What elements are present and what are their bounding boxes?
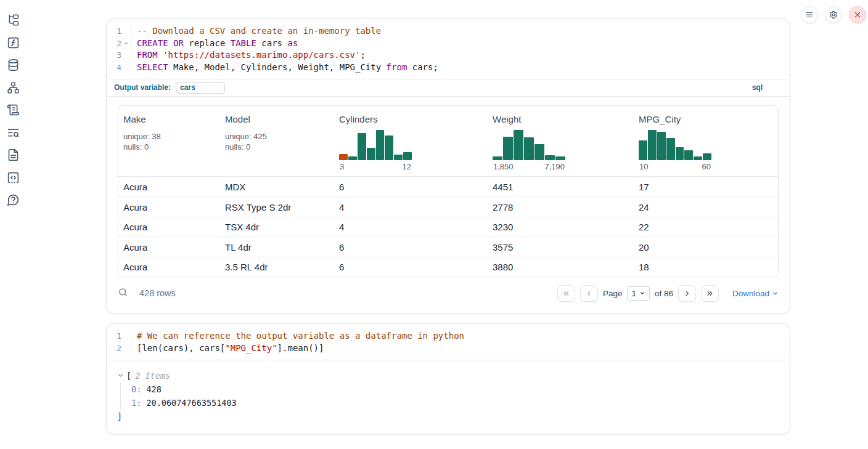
line-gutter: 1: [107, 25, 131, 38]
search-icon[interactable]: [118, 287, 131, 300]
histogram-bar: [514, 130, 523, 160]
column-stats: unique: 38nulls: 0: [123, 131, 214, 152]
code-line[interactable]: 3FROM 'https://datasets.marimo.app/cars.…: [107, 49, 790, 62]
sql-cell: 1-- Download a CSV and create an in-memo…: [106, 18, 790, 313]
code-line[interactable]: 4SELECT Make, Model, Cylinders, Weight, …: [107, 62, 790, 74]
column-stats: unique: 425nulls: 0: [225, 131, 328, 152]
menu-button[interactable]: [801, 6, 818, 23]
code-line[interactable]: 2CREATE OR replace TABLE cars as: [107, 38, 790, 50]
column-label: Cylinders: [339, 114, 481, 124]
output-variable-label: Output variable:: [114, 83, 171, 92]
fold-chevron-icon[interactable]: [121, 38, 130, 50]
tree-entry-key: 1:: [131, 398, 141, 408]
page-select[interactable]: 1: [627, 286, 650, 301]
column-label: Weight: [493, 114, 628, 124]
code-token: ].mean()]: [277, 343, 324, 353]
previous-page-button[interactable]: [580, 285, 598, 302]
line-number: 1: [107, 330, 121, 342]
shutdown-button[interactable]: [849, 6, 866, 23]
histogram-bar: [503, 137, 513, 160]
datasources-icon[interactable]: [7, 59, 20, 71]
histogram-bar: [358, 133, 366, 160]
histogram-bar: [394, 155, 403, 160]
column-header-model[interactable]: Modelunique: 425nulls: 0: [220, 106, 334, 176]
histogram-bar: [348, 156, 357, 160]
language-badge[interactable]: sql: [752, 83, 763, 92]
tree-entry-value: 20.060747663551403: [141, 398, 236, 408]
code-token: ;: [360, 50, 365, 60]
logs-icon[interactable]: [7, 126, 20, 139]
chevron-down-icon: [639, 290, 645, 296]
file-tree-icon[interactable]: [7, 14, 20, 26]
column-header-mpg_city[interactable]: MPG_City1060: [634, 106, 778, 176]
sql-cell-footer: Output variable: sql: [107, 79, 790, 97]
table-cell: MDX: [220, 182, 334, 192]
code-token: [158, 50, 163, 60]
table-cell: TL 4dr: [220, 242, 334, 253]
column-histogram: 1,8507,190: [493, 128, 565, 171]
column-header-cylinders[interactable]: Cylinders312: [334, 106, 488, 176]
functions-icon[interactable]: [7, 36, 20, 49]
column-header-weight[interactable]: Weight1,8507,190: [488, 106, 634, 176]
code-token: FROM: [137, 50, 158, 60]
table-cell: Acura: [118, 262, 220, 272]
histogram-bar: [545, 155, 555, 160]
documentation-icon[interactable]: [7, 148, 20, 161]
page-select-value: 1: [631, 289, 636, 298]
histogram-bar: [385, 136, 393, 160]
python-output-area: [ 2 Items 0: 4281: 20.060747663551403 ]: [107, 360, 790, 434]
code-token: "MPG_City": [225, 343, 277, 353]
line-gutter: 2: [107, 38, 131, 50]
table-cell: 18: [634, 262, 778, 272]
settings-button[interactable]: [825, 6, 842, 23]
code-token: [168, 38, 173, 48]
column-header-make[interactable]: Makeunique: 38nulls: 0: [118, 106, 220, 176]
histogram-bar: [524, 137, 534, 160]
tree-items-count: 2 Items: [135, 369, 170, 382]
next-page-button[interactable]: [678, 285, 696, 302]
dependency-graph-icon[interactable]: [7, 81, 20, 94]
histogram-bar: [555, 156, 565, 160]
code-token: cars: [256, 38, 288, 48]
last-page-button[interactable]: [701, 285, 719, 302]
table-cell: 20: [634, 242, 778, 253]
code-line[interactable]: 2[len(cars), cars["MPG_City"].mean()]: [107, 342, 790, 355]
table-row[interactable]: AcuraTL 4dr6357520: [118, 237, 778, 257]
sql-code-editor[interactable]: 1-- Download a CSV and create an in-memo…: [107, 19, 790, 79]
code-token: 'https://datasets.marimo.app/cars.csv': [163, 50, 360, 60]
histogram-bar: [648, 130, 657, 160]
table-cell: 24: [634, 202, 778, 212]
table-cell: 6: [334, 262, 488, 272]
snippets-icon[interactable]: [7, 171, 20, 184]
table-cell: 3575: [488, 242, 634, 253]
table-cell: RSX Type S 2dr: [220, 202, 334, 212]
histogram-max-label: 7,190: [544, 162, 565, 171]
histogram-bar: [676, 147, 684, 160]
first-page-button[interactable]: [557, 285, 575, 302]
table-row[interactable]: AcuraTSX 4dr4323022: [118, 217, 778, 237]
table-row[interactable]: Acura3.5 RL 4dr6388018: [118, 257, 778, 277]
code-line[interactable]: 1-- Download a CSV and create an in-memo…: [107, 25, 790, 38]
table-row[interactable]: AcuraRSX Type S 2dr4277824: [118, 196, 778, 217]
code-token: -- Download a CSV and create an in-memor…: [137, 26, 381, 36]
table-cell: Acura: [118, 202, 220, 212]
output-variable-input[interactable]: [176, 82, 225, 94]
code-token: SELECT: [137, 62, 168, 72]
code-line[interactable]: 1# We can reference the output variable …: [107, 330, 790, 342]
help-icon[interactable]: [7, 193, 20, 206]
histogram-bar: [694, 156, 702, 160]
download-button[interactable]: Download: [732, 289, 779, 298]
code-token: CREATE: [137, 38, 168, 48]
line-gutter: 3: [107, 49, 131, 62]
data-table: Makeunique: 38nulls: 0Modelunique: 425nu…: [118, 105, 779, 278]
tree-collapse-icon[interactable]: [117, 372, 125, 379]
python-cell: 1# We can reference the output variable …: [106, 323, 790, 434]
table-row[interactable]: AcuraMDX6445117: [118, 177, 778, 197]
histogram-max-label: 12: [403, 162, 411, 171]
table-cell: 4: [334, 222, 488, 232]
scratchpad-icon[interactable]: [7, 103, 20, 116]
line-gutter: 4: [107, 62, 131, 74]
chevron-down-icon: [772, 290, 779, 297]
python-code-editor[interactable]: 1# We can reference the output variable …: [107, 324, 790, 360]
page-label: Page: [603, 289, 623, 298]
